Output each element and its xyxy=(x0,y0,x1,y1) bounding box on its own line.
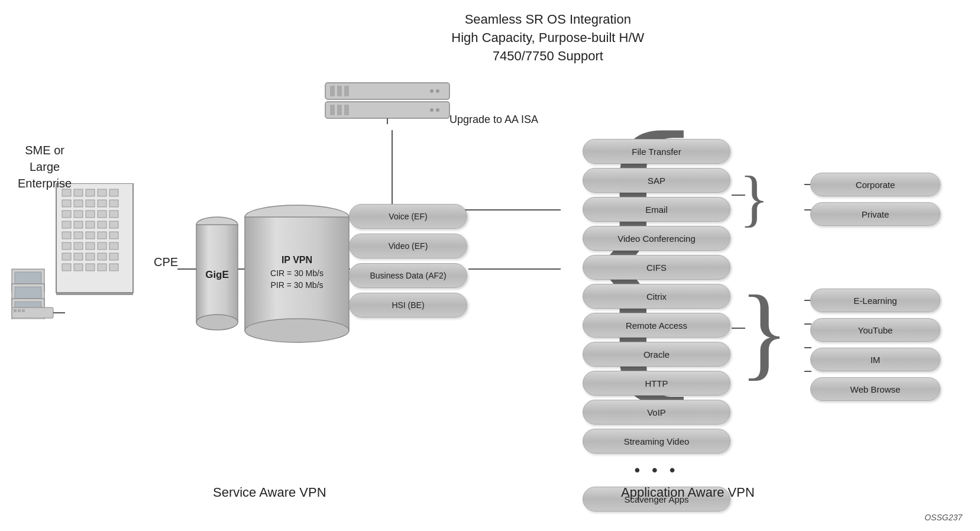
ipvpn-cylinder: IP VPN CIR = 30 Mb/s PIR = 30 Mb/s xyxy=(242,204,352,345)
top-title: Seamless SR OS Integration High Capacity… xyxy=(451,11,644,65)
app-pill-remote-access: Remote Access xyxy=(583,313,730,338)
svg-rect-75 xyxy=(330,86,335,96)
enterprise-svg xyxy=(9,183,160,319)
svg-rect-42 xyxy=(86,242,95,250)
svg-rect-53 xyxy=(98,264,106,271)
svg-text:GigE: GigE xyxy=(205,269,229,280)
svg-text:CIR = 30 Mb/s: CIR = 30 Mb/s xyxy=(270,268,324,278)
upgrade-label: Upgrade to AA ISA xyxy=(449,114,538,126)
svg-rect-48 xyxy=(98,253,106,260)
ossg-label: OSSG237 xyxy=(924,513,962,522)
app-pill-oracle: Oracle xyxy=(583,342,730,367)
svg-rect-49 xyxy=(109,253,118,260)
app-pill-file-transfer: File Transfer xyxy=(583,139,730,164)
svg-rect-34 xyxy=(109,221,118,228)
vpn-pill-voice: Voice (EF) xyxy=(349,204,467,229)
svg-rect-79 xyxy=(337,105,342,115)
svg-rect-70 xyxy=(18,309,21,312)
app-pills: File Transfer SAP Email Video Conferenci… xyxy=(583,139,730,511)
svg-rect-27 xyxy=(86,211,95,218)
svg-rect-43 xyxy=(98,242,106,250)
svg-rect-33 xyxy=(98,221,106,228)
svg-rect-28 xyxy=(98,211,106,218)
svg-rect-18 xyxy=(98,189,106,196)
app-pill-streaming: Streaming Video xyxy=(583,429,730,454)
svg-rect-77 xyxy=(344,86,349,96)
sme-label: SME or Large Enterprise xyxy=(18,142,72,192)
sub-pill-im: IM xyxy=(810,348,940,371)
vpn-pills: Voice (EF) Video (EF) Business Data (AF2… xyxy=(349,204,467,318)
svg-rect-51 xyxy=(74,264,83,271)
svg-point-83 xyxy=(430,108,434,112)
svg-rect-16 xyxy=(74,189,83,196)
svg-rect-21 xyxy=(74,200,83,207)
svg-point-81 xyxy=(430,89,434,93)
sub-pills-group1: Corporate Private xyxy=(810,173,940,226)
bottom-label-app-vpn: Application Aware VPN xyxy=(621,485,755,500)
svg-rect-45 xyxy=(62,253,71,260)
svg-rect-36 xyxy=(74,232,83,239)
svg-rect-44 xyxy=(109,242,118,250)
sub-pills-group2: E-Learning YouTube IM Web Browse xyxy=(810,289,940,401)
svg-rect-24 xyxy=(109,200,118,207)
gige-cylinder: GigE xyxy=(195,216,240,334)
vpn-pill-hsi: HSI (BE) xyxy=(349,293,467,318)
svg-rect-17 xyxy=(86,189,95,196)
sub-pill-corporate: Corporate xyxy=(810,173,940,196)
sub-pill-youtube: YouTube xyxy=(810,318,940,342)
curly-brace-group2: } xyxy=(739,280,789,384)
svg-rect-25 xyxy=(62,211,71,218)
svg-rect-26 xyxy=(74,211,83,218)
vpn-pill-video: Video (EF) xyxy=(349,234,467,258)
server-hardware-svg xyxy=(319,77,455,124)
app-pill-http: HTTP xyxy=(583,371,730,396)
svg-rect-41 xyxy=(74,242,83,250)
svg-rect-46 xyxy=(74,253,83,260)
svg-rect-54 xyxy=(109,264,118,271)
app-pill-video-conf: Video Conferencing xyxy=(583,226,730,251)
sub-pill-elearning: E-Learning xyxy=(810,289,940,312)
svg-rect-38 xyxy=(98,232,106,239)
app-pill-citrix: Citrix xyxy=(583,284,730,309)
svg-rect-78 xyxy=(330,105,335,115)
svg-rect-23 xyxy=(98,200,106,207)
svg-rect-20 xyxy=(62,200,71,207)
app-pill-cifs: CIFS xyxy=(583,255,730,280)
svg-rect-35 xyxy=(62,232,71,239)
svg-rect-80 xyxy=(344,105,349,115)
svg-rect-32 xyxy=(86,221,95,228)
svg-rect-39 xyxy=(109,232,118,239)
svg-rect-31 xyxy=(74,221,83,228)
curly-brace-group1: } xyxy=(739,167,769,229)
svg-rect-19 xyxy=(109,189,118,196)
app-pill-email: Email xyxy=(583,197,730,222)
dots-separator: • • • xyxy=(583,458,730,483)
svg-point-82 xyxy=(436,89,439,93)
svg-rect-37 xyxy=(86,232,95,239)
svg-point-92 xyxy=(245,319,349,342)
app-pill-sap: SAP xyxy=(583,168,730,193)
svg-rect-52 xyxy=(86,264,95,271)
sub-pill-private: Private xyxy=(810,202,940,226)
svg-rect-55 xyxy=(56,293,133,295)
vpn-pill-business: Business Data (AF2) xyxy=(349,263,467,288)
svg-rect-22 xyxy=(86,200,95,207)
svg-point-88 xyxy=(196,315,238,330)
diagram-container: Seamless SR OS Integration High Capacity… xyxy=(0,0,980,531)
svg-rect-47 xyxy=(86,253,95,260)
bottom-label-service-vpn: Service Aware VPN xyxy=(213,485,326,500)
svg-rect-29 xyxy=(109,211,118,218)
svg-rect-76 xyxy=(337,86,342,96)
svg-rect-40 xyxy=(62,242,71,250)
svg-text:IP VPN: IP VPN xyxy=(282,255,312,265)
svg-rect-30 xyxy=(62,221,71,228)
sub-pill-web-browse: Web Browse xyxy=(810,377,940,401)
svg-point-84 xyxy=(436,108,439,112)
svg-rect-69 xyxy=(14,309,17,312)
svg-rect-50 xyxy=(62,264,71,271)
app-pill-voip: VoIP xyxy=(583,400,730,425)
cpe-label: CPE xyxy=(154,255,178,269)
svg-rect-71 xyxy=(22,309,25,312)
svg-rect-68 xyxy=(12,307,53,318)
svg-text:PIR = 30 Mb/s: PIR = 30 Mb/s xyxy=(270,280,323,290)
